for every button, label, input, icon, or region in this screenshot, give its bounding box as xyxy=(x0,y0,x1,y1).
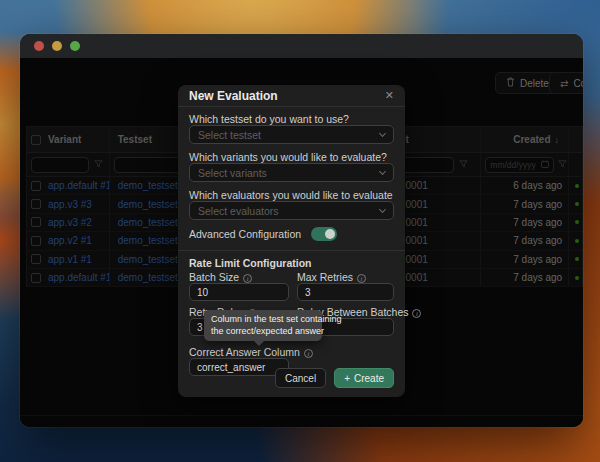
create-button-label: Create xyxy=(354,373,384,384)
cancel-button[interactable]: Cancel xyxy=(275,368,326,388)
modal-title: New Evaluation xyxy=(189,89,278,103)
chevron-down-icon xyxy=(379,205,386,212)
max-retries-input[interactable] xyxy=(297,283,394,301)
window-titlebar[interactable] xyxy=(20,34,583,58)
tooltip-arrow xyxy=(254,341,264,346)
plus-icon: + xyxy=(344,373,350,384)
chevron-down-icon xyxy=(379,129,386,136)
tooltip-text-line2: the correct/expected answer xyxy=(211,326,315,338)
evaluators-select[interactable]: Select evaluators xyxy=(189,201,394,220)
testset-select[interactable]: Select testset xyxy=(189,125,394,144)
variants-select[interactable]: Select variants xyxy=(189,163,394,182)
zoom-window-button[interactable] xyxy=(70,41,80,51)
testset-select-placeholder: Select testset xyxy=(198,129,261,141)
batch-size-label: Batch Sizei xyxy=(189,271,289,283)
minimize-window-button[interactable] xyxy=(52,41,62,51)
correct-answer-tooltip: Column in the test set containing the co… xyxy=(204,310,322,341)
desktop-wallpaper: Delete ⇄ Compare Variant Testset t xyxy=(0,0,600,462)
info-icon[interactable]: i xyxy=(243,274,252,283)
modal-close-icon[interactable]: ✕ xyxy=(385,89,394,102)
create-button[interactable]: + Create xyxy=(334,368,394,388)
advanced-configuration-label: Advanced Configuration xyxy=(189,228,301,240)
max-retries-label: Max Retriesi xyxy=(297,271,394,283)
chevron-down-icon xyxy=(379,167,386,174)
info-icon[interactable]: i xyxy=(357,274,366,283)
app-window: Delete ⇄ Compare Variant Testset t xyxy=(20,34,583,427)
variants-question-label: Which variants you would like to evaluat… xyxy=(189,151,394,163)
tooltip-text-line1: Column in the test set containing xyxy=(211,314,315,326)
correct-answer-column-label: Correct Answer Columni xyxy=(189,346,394,358)
variants-select-placeholder: Select variants xyxy=(198,167,267,179)
batch-size-input[interactable] xyxy=(189,283,289,301)
rate-limit-heading: Rate Limit Configuration xyxy=(189,257,394,269)
testset-question-label: Which testset do you want to use? xyxy=(189,113,394,125)
new-evaluation-modal: New Evaluation ✕ Which testset do you wa… xyxy=(178,85,405,397)
toggle-knob xyxy=(325,229,335,239)
advanced-configuration-toggle[interactable] xyxy=(311,227,337,241)
section-divider xyxy=(178,250,405,251)
close-window-button[interactable] xyxy=(34,41,44,51)
info-icon[interactable]: i xyxy=(304,349,313,358)
cancel-button-label: Cancel xyxy=(285,373,316,384)
evaluators-select-placeholder: Select evaluators xyxy=(198,205,279,217)
